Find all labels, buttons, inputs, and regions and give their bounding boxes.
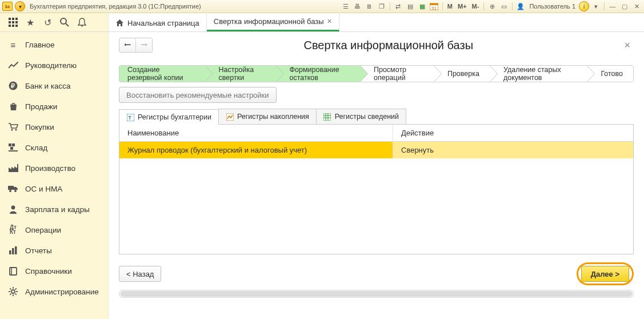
table-header[interactable]: Действие <box>393 125 633 141</box>
restore-settings-button[interactable]: Восстановить рекомендуемые настройки <box>119 87 277 103</box>
svg-text:T: T <box>128 115 131 121</box>
apps-icon[interactable] <box>7 16 19 29</box>
sidebar-item-label: Главное <box>25 41 55 49</box>
content-area: 🠔 🠖 Свертка информационной базы × Создан… <box>109 32 644 319</box>
nav-forward-button[interactable]: 🠖 <box>135 38 152 52</box>
window-title: Бухгалтерия предприятия, редакция 3.0 (1… <box>30 3 201 10</box>
sidebar-item-catalogs[interactable]: Справочники <box>0 261 108 281</box>
user-label[interactable]: Пользователь 1 <box>527 3 577 10</box>
sidebar-item-assets[interactable]: ОС и НМА <box>0 178 108 199</box>
home-menu-icon: ≡ <box>8 39 18 50</box>
svg-rect-23 <box>8 186 14 190</box>
tab-home[interactable]: Начальная страница <box>109 14 207 31</box>
zoom-icon[interactable]: ⊕ <box>487 2 497 11</box>
svg-text:₽: ₽ <box>11 82 15 89</box>
sidebar-item-sales[interactable]: Продажи <box>0 96 108 117</box>
wizard-step[interactable]: Удаление старых документов <box>490 66 587 82</box>
sidebar-item-label: Зарплата и кадры <box>25 205 90 214</box>
m-button[interactable]: M <box>446 3 454 10</box>
wizard-steps: Создание резервной копии Настройка сверт… <box>119 65 634 82</box>
back-button[interactable]: < Назад <box>119 266 161 282</box>
svg-rect-7 <box>12 21 14 23</box>
home-icon <box>115 19 124 27</box>
tab-accumulation-registers[interactable]: Регистры накопления <box>218 109 317 124</box>
next-button-highlight: Далее > <box>577 262 634 285</box>
sidebar-item-label: Администрирование <box>25 288 99 296</box>
app-menu-button[interactable]: ▾ <box>15 1 25 11</box>
sidebar-item-operations[interactable]: ДтКт Операции <box>0 220 108 240</box>
tab-close-icon[interactable]: × <box>327 17 332 26</box>
print-preview-icon[interactable]: ☰ <box>341 2 351 11</box>
window-titlebar: 1c ▾ Бухгалтерия предприятия, редакция 3… <box>0 0 644 13</box>
sidebar-item-admin[interactable]: Администрирование <box>0 281 108 302</box>
restore-button[interactable]: ▢ <box>619 2 630 11</box>
table-header-row: Наименование Действие <box>119 125 633 142</box>
close-window-button[interactable]: ✕ <box>631 2 642 11</box>
m-minus-button[interactable]: M- <box>470 3 481 10</box>
svg-rect-21 <box>10 147 13 150</box>
table-header[interactable]: Наименование <box>119 125 393 141</box>
wizard-step[interactable]: Формирование остатков <box>276 66 360 82</box>
registers-table: Наименование Действие Журнал проводок (б… <box>119 125 634 254</box>
nav-icon[interactable]: ▭ <box>499 2 509 11</box>
bag-icon <box>8 101 18 111</box>
table-cell-action: Свернуть <box>393 142 633 158</box>
svg-point-17 <box>11 129 13 130</box>
compare-icon[interactable]: ⇄ <box>393 2 403 11</box>
sidebar-item-label: Склад <box>25 143 47 152</box>
svg-rect-19 <box>9 143 11 146</box>
wizard-step[interactable]: Просмотр операций <box>360 66 434 82</box>
sidebar-item-production[interactable]: Производство <box>0 158 108 178</box>
scrollbar-thumb[interactable] <box>121 291 632 297</box>
nav-back-button[interactable]: 🠔 <box>119 38 135 52</box>
sidebar-item-label: ОС и НМА <box>25 185 62 193</box>
wizard-step[interactable]: Создание резервной копии <box>119 66 205 82</box>
tab-svertka[interactable]: Свертка информационной базы × <box>207 13 339 31</box>
svg-text:31: 31 <box>431 6 437 10</box>
inner-tabs: T Регистры бухгалтерии Регистры накоплен… <box>119 109 634 125</box>
sidebar-item-salary[interactable]: Зарплата и кадры <box>0 199 108 220</box>
wizard-step-label: Формирование остатков <box>290 66 350 82</box>
sidebar-item-label: Банк и касса <box>25 82 71 90</box>
wizard-step-label: Проверка <box>447 70 479 78</box>
svg-line-38 <box>15 294 17 295</box>
wizard-step[interactable]: Проверка <box>434 66 490 82</box>
table-row[interactable]: Журнал проводок (бухгалтерский и налогов… <box>119 142 633 158</box>
sidebar-item-main[interactable]: ≡ Главное <box>0 34 108 55</box>
sidebar-item-reports[interactable]: Отчеты <box>0 240 108 261</box>
dtkt-icon: ДтКт <box>8 225 18 235</box>
svg-rect-44 <box>323 113 331 121</box>
search-icon[interactable] <box>58 16 71 29</box>
favorite-icon[interactable]: ★ <box>24 16 37 29</box>
calendar-icon[interactable]: 31 <box>429 2 439 11</box>
next-button[interactable]: Далее > <box>581 266 629 282</box>
sidebar-item-label: Отчеты <box>25 246 52 255</box>
print-icon[interactable]: 🖶 <box>353 2 363 11</box>
calc-icon[interactable]: ▦ <box>417 2 427 11</box>
svg-point-25 <box>14 190 17 192</box>
m-plus-button[interactable]: M+ <box>456 3 469 10</box>
minimize-button[interactable]: — <box>607 2 618 11</box>
horizontal-scrollbar[interactable] <box>119 290 634 298</box>
wizard-step[interactable]: Настройка свертки <box>205 66 276 82</box>
doc-icon[interactable]: 🗎 <box>365 2 375 11</box>
sidebar-item-bank[interactable]: ₽ Банк и касса <box>0 75 108 96</box>
factory-icon <box>8 163 18 173</box>
sidebar-item-warehouse[interactable]: Склад <box>0 137 108 158</box>
info-button[interactable]: i <box>579 1 589 11</box>
svg-point-14 <box>81 25 83 27</box>
page-icon[interactable]: ▤ <box>405 2 415 11</box>
tab-accounting-registers[interactable]: T Регистры бухгалтерии <box>119 109 219 125</box>
sidebar-item-label: Производство <box>25 164 75 173</box>
sidebar-item-manager[interactable]: Руководителю <box>0 55 108 75</box>
history-icon[interactable]: ↺ <box>41 16 54 29</box>
copy-icon[interactable]: ❐ <box>377 2 387 11</box>
sidebar-item-purchases[interactable]: Покупки <box>0 117 108 137</box>
bell-icon[interactable] <box>75 16 88 29</box>
sidebar-item-label: Продажи <box>25 102 57 111</box>
svg-line-13 <box>66 23 69 26</box>
dropdown-icon[interactable]: ▾ <box>591 2 601 11</box>
gear-icon <box>8 286 18 297</box>
close-icon[interactable]: × <box>624 39 634 51</box>
tab-info-registers[interactable]: Регистры сведений <box>316 109 406 124</box>
